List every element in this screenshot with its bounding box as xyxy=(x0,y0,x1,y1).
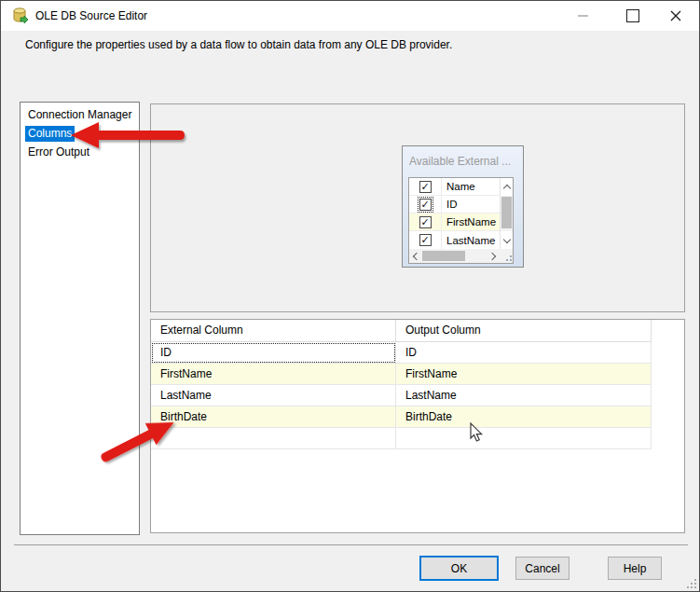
available-external-columns-title: Available External ... xyxy=(409,155,519,168)
scroll-down-icon xyxy=(502,235,510,242)
mouse-cursor-icon xyxy=(470,422,485,443)
maximize-button[interactable] xyxy=(612,1,653,31)
horizontal-scroll-thumb[interactable] xyxy=(422,251,465,261)
output-cell-lastname[interactable]: LastName xyxy=(396,385,652,406)
minimize-icon xyxy=(578,15,588,17)
checkbox-lastname[interactable]: ✓ xyxy=(419,234,432,246)
maximize-icon xyxy=(626,9,639,22)
output-cell-firstname[interactable]: FirstName xyxy=(396,364,652,385)
header-external-column: External Column xyxy=(151,320,396,342)
close-icon xyxy=(669,9,682,22)
mapping-row-id: ID ID xyxy=(151,342,652,364)
annotation-arrow-columns-icon xyxy=(68,119,187,153)
vertical-scrollbar[interactable] xyxy=(500,178,513,249)
external-cell-id[interactable]: ID xyxy=(151,342,396,364)
checkbox-id[interactable]: ✓ xyxy=(419,199,432,211)
available-column-row-id[interactable]: ✓ ID xyxy=(409,196,500,213)
output-cell-empty[interactable] xyxy=(396,428,652,449)
scroll-left-icon xyxy=(413,252,420,259)
external-cell-empty[interactable] xyxy=(151,428,396,449)
grid-resize-grip-icon xyxy=(503,253,512,261)
window-title: OLE DB Source Editor xyxy=(35,1,147,31)
select-all-checkbox[interactable]: ✓ xyxy=(419,181,432,193)
annotation-arrow-birthdate-icon xyxy=(95,416,185,472)
ok-button[interactable]: OK xyxy=(419,556,499,581)
external-cell-firstname[interactable]: FirstName xyxy=(151,364,396,385)
scroll-up-button[interactable] xyxy=(501,178,513,196)
external-cell-birthdate[interactable]: BirthDate xyxy=(151,406,396,428)
mapping-row-firstname: FirstName FirstName xyxy=(151,364,652,385)
minimize-button xyxy=(562,1,603,31)
scroll-down-button[interactable] xyxy=(501,231,513,249)
help-button[interactable]: Help xyxy=(608,557,662,580)
scroll-left-button[interactable] xyxy=(409,249,422,263)
available-external-columns-box: Available External ... ✓ Name ✓ ID ✓ Fir… xyxy=(402,145,524,268)
database-source-icon xyxy=(10,7,29,25)
output-cell-id[interactable]: ID xyxy=(396,342,652,364)
available-columns-header-row: ✓ Name xyxy=(409,178,500,196)
scroll-right-icon xyxy=(488,252,496,259)
scroll-up-icon xyxy=(502,184,510,191)
available-column-row-firstname[interactable]: ✓ FirstName xyxy=(409,213,500,231)
mapping-row-lastname: LastName LastName xyxy=(151,385,652,406)
close-button[interactable] xyxy=(655,1,696,31)
window-resize-grip[interactable] xyxy=(687,579,696,588)
cancel-button[interactable]: Cancel xyxy=(515,557,570,580)
mapping-header-row: External Column Output Column xyxy=(151,320,652,342)
external-cell-lastname[interactable]: LastName xyxy=(151,385,396,406)
vertical-scroll-thumb[interactable] xyxy=(501,197,512,228)
ole-db-source-editor-dialog: OLE DB Source Editor Configure the prope… xyxy=(0,0,700,592)
output-cell-birthdate[interactable]: BirthDate xyxy=(396,406,652,428)
column-mapping-grid: External Column Output Column ID ID Firs… xyxy=(150,319,685,533)
footer-divider xyxy=(14,544,688,545)
mapping-row-empty xyxy=(151,428,652,449)
title-bar: OLE DB Source Editor xyxy=(1,1,699,31)
checkbox-firstname[interactable]: ✓ xyxy=(419,216,432,228)
mapping-row-birthdate: BirthDate BirthDate xyxy=(151,406,652,428)
horizontal-scrollbar[interactable] xyxy=(409,249,513,263)
dialog-description: Configure the properties used by a data … xyxy=(25,38,452,51)
available-column-row-lastname[interactable]: ✓ LastName xyxy=(409,231,500,249)
header-output-column: Output Column xyxy=(396,320,652,342)
scroll-right-button[interactable] xyxy=(487,249,500,263)
available-columns-header: Name xyxy=(442,181,475,192)
available-external-columns-grid: ✓ Name ✓ ID ✓ FirstName ✓ Last xyxy=(408,177,514,264)
